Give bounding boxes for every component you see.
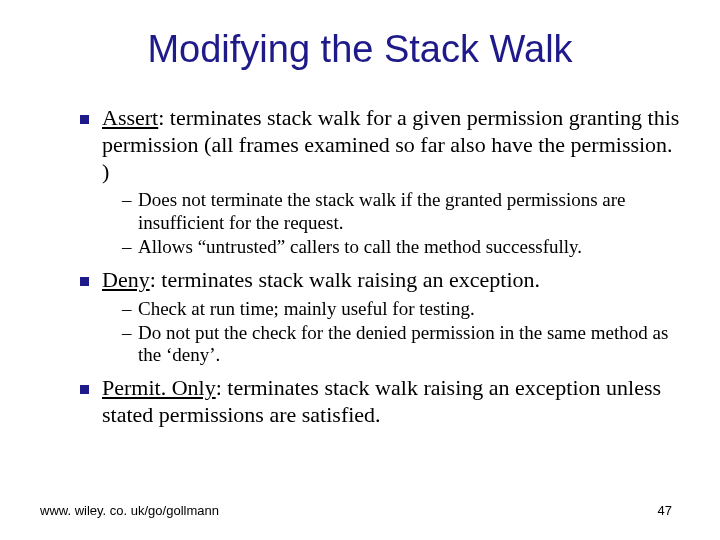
slide-title: Modifying the Stack Walk: [40, 28, 680, 71]
bullet-list: Assert: terminates stack walk for a give…: [40, 105, 680, 428]
bullet-text: : terminates stack walk for a given perm…: [102, 105, 679, 184]
bullet-term: Deny: [102, 267, 150, 292]
bullet-term: Assert: [102, 105, 158, 130]
sub-bullet-list: Does not terminate the stack walk if the…: [102, 189, 680, 258]
sub-bullet: Check at run time; mainly useful for tes…: [122, 298, 680, 320]
sub-bullet: Allows “untrusted” callers to call the m…: [122, 236, 680, 258]
bullet-term: Permit. Only: [102, 375, 216, 400]
bullet-text: : terminates stack walk raising an excep…: [150, 267, 540, 292]
sub-bullet: Does not terminate the stack walk if the…: [122, 189, 680, 234]
bullet-assert: Assert: terminates stack walk for a give…: [80, 105, 680, 259]
sub-bullet-list: Check at run time; mainly useful for tes…: [102, 298, 680, 367]
bullet-deny: Deny: terminates stack walk raising an e…: [80, 267, 680, 367]
slide: Modifying the Stack Walk Assert: termina…: [0, 0, 720, 540]
footer-url: www. wiley. co. uk/go/gollmann: [40, 503, 219, 518]
sub-bullet: Do not put the check for the denied perm…: [122, 322, 680, 367]
footer-page-number: 47: [658, 503, 672, 518]
bullet-permit-only: Permit. Only: terminates stack walk rais…: [80, 375, 680, 429]
